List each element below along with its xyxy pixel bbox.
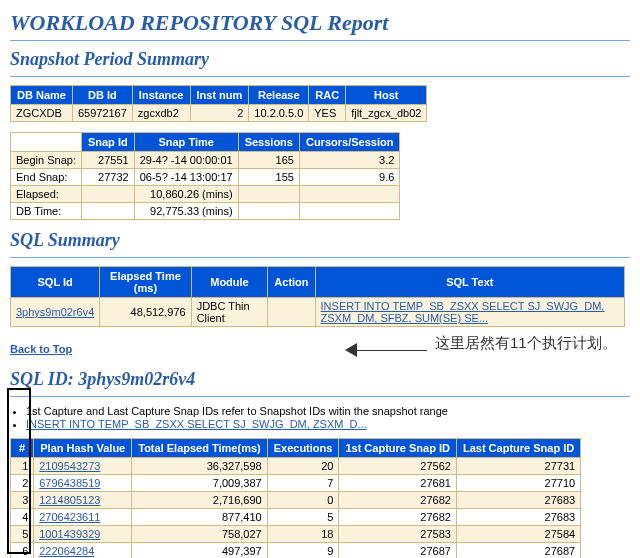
dbinfo-h-name: DB Name xyxy=(11,86,73,105)
p-h-exec: Executions xyxy=(267,439,339,458)
back-to-top-link[interactable]: Back to Top xyxy=(10,343,72,355)
ss-h-txt: SQL Text xyxy=(315,267,624,298)
snap-h-sess: Sessions xyxy=(238,133,299,152)
snap-h-id: Snap Id xyxy=(81,133,134,152)
snap-table: Snap Id Snap Time Sessions Cursors/Sessi… xyxy=(10,132,400,220)
ss-h-mod: Module xyxy=(191,267,268,298)
ss-h-et: Elapsed Time (ms) xyxy=(100,267,191,298)
annotation-box: 这里居然有11个执行计划。 xyxy=(415,325,630,375)
ss-h-id: SQL Id xyxy=(11,267,100,298)
plan-hash-link[interactable]: 2109543273 xyxy=(39,460,100,472)
ss-h-act: Action xyxy=(268,267,315,298)
plan-hash-link[interactable]: 6796438519 xyxy=(39,477,100,489)
snap-row-begin: Begin Snap:2755129-4? -14 00:00:011653.2 xyxy=(11,152,400,169)
plan-row: 312148051232,716,69002768227683 xyxy=(11,492,581,509)
plan-hash-link[interactable]: 2706423611 xyxy=(39,511,100,523)
plan-row: 267964385197,009,38772768127710 xyxy=(11,475,581,492)
snap-row-end: End Snap:2773206-5? -14 13:00:171559.6 xyxy=(11,169,400,186)
sqlid-link[interactable]: 3phys9m02r6v4 xyxy=(16,306,94,318)
plan-hash-link[interactable]: 1214805123 xyxy=(39,494,100,506)
p-h-num: # xyxy=(11,439,34,458)
plan-row: 51001439329758,027182758327584 xyxy=(11,526,581,543)
dbinfo-h-rel: Release xyxy=(249,86,309,105)
bullet-item: INSERT INTO TEMP_SB_ZSXX SELECT SJ_SWJG_… xyxy=(26,418,630,430)
snap-row-elapsed: Elapsed:10,860.26 (mins) xyxy=(11,186,400,203)
dbinfo-h-num: Inst num xyxy=(190,86,249,105)
p-h-1st: 1st Capture Snap ID xyxy=(339,439,457,458)
annotation-text: 这里居然有11个执行计划。 xyxy=(435,333,617,353)
dbinfo-h-host: Host xyxy=(346,86,427,105)
plan-hash-link[interactable]: 222064284 xyxy=(39,545,94,557)
blank-header xyxy=(11,133,82,152)
dbinfo-row: ZGCXDB 65972167 zgcxdb2 2 10.2.0.5.0 YES… xyxy=(11,105,427,122)
bullet-item: 1st Capture and Last Capture Snap IDs re… xyxy=(26,405,630,417)
sqlsum-table: SQL Id Elapsed Time (ms) Module Action S… xyxy=(10,266,625,327)
dbinfo-h-rac: RAC xyxy=(309,86,346,105)
sqltext-link[interactable]: INSERT INTO TEMP_SB_ZSXX SELECT SJ_SWJG_… xyxy=(321,300,605,324)
plan-row: 42706423611877,41052768227683 xyxy=(11,509,581,526)
divider xyxy=(10,76,630,77)
section-sqlsummary: SQL Summary xyxy=(10,230,630,251)
p-h-hash: Plan Hash Value xyxy=(34,439,132,458)
divider xyxy=(10,396,630,397)
snap-h-curs: Cursors/Session xyxy=(299,133,399,152)
dbinfo-h-id: DB Id xyxy=(72,86,132,105)
divider xyxy=(10,40,630,41)
page-title: WORKLOAD REPOSITORY SQL Report xyxy=(10,10,630,36)
p-h-et: Total Elapsed Time(ms) xyxy=(132,439,267,458)
bullet-sql-link[interactable]: INSERT INTO TEMP_SB_ZSXX SELECT SJ_SWJG_… xyxy=(26,418,367,430)
plan-row: 6222064284497,39792768727687 xyxy=(11,543,581,559)
arrow-line-icon xyxy=(355,350,427,351)
snap-row-dbtime: DB Time:92,775.33 (mins) xyxy=(11,203,400,220)
sqlid-bullets: 1st Capture and Last Capture Snap IDs re… xyxy=(26,405,630,430)
dbinfo-table: DB Name DB Id Instance Inst num Release … xyxy=(10,85,427,122)
section-snapshot: Snapshot Period Summary xyxy=(10,49,630,70)
plan-table: # Plan Hash Value Total Elapsed Time(ms)… xyxy=(10,438,581,558)
p-h-last: Last Capture Snap ID xyxy=(456,439,580,458)
dbinfo-h-inst: Instance xyxy=(132,86,190,105)
snap-h-time: Snap Time xyxy=(134,133,238,152)
sqlsum-row: 3phys9m02r6v4 48,512,976 JDBC Thin Clien… xyxy=(11,298,625,327)
divider xyxy=(10,257,630,258)
plan-hash-link[interactable]: 1001439329 xyxy=(39,528,100,540)
plan-row: 1210954327336,327,598202756227731 xyxy=(11,458,581,475)
